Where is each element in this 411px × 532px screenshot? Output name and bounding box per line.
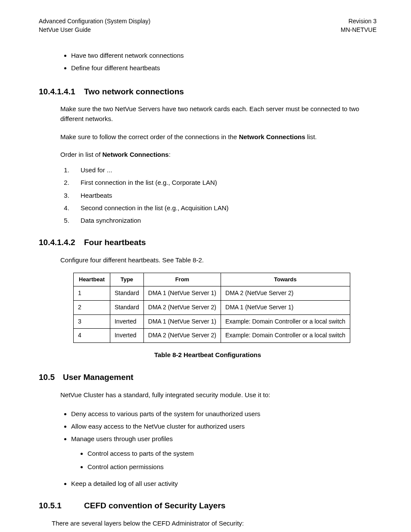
th-heartbeat: Heartbeat: [74, 273, 110, 286]
list-item: First connection in the list (e.g., Corp…: [71, 176, 377, 189]
cell: 3: [74, 314, 110, 329]
heading-number: 10.5: [39, 371, 63, 383]
th-type: Type: [110, 273, 143, 286]
table-row: 1 Standard DMA 1 (NetVue Server 1) DMA 2…: [74, 286, 350, 301]
table-row: 3 Inverted DMA 1 (NetVue Server 1) Examp…: [74, 314, 350, 329]
list-item: Used for ...: [71, 164, 377, 176]
table-row: 4 Inverted DMA 2 (NetVue Server 2) Examp…: [74, 329, 350, 343]
cell: Standard: [110, 300, 143, 314]
sub-bullet-list: Control access to parts of the system Co…: [71, 447, 377, 474]
text-run: Order in list of: [60, 151, 103, 158]
cell: 1: [74, 286, 110, 301]
heading-four-heartbeats: 10.4.1.4.2 Four heartbeats: [39, 236, 377, 249]
heading-title: User Management: [63, 371, 134, 383]
um-bullet-list: Deny access to various parts of the syst…: [39, 408, 377, 490]
th-from: From: [143, 273, 221, 286]
list-item: Control access to parts of the system: [87, 447, 377, 460]
heading-user-management: 10.5 User Management: [39, 371, 377, 383]
cell: Example: Domain Controller or a local sw…: [221, 329, 350, 343]
heading-title: Two network connections: [84, 85, 184, 98]
list-item: Manage users through user profiles Contr…: [71, 432, 377, 477]
heading-title: CEFD convention of Security Layers: [84, 499, 225, 512]
cell: DMA 1 (NetVue Server 1): [221, 300, 350, 314]
cell: DMA 2 (NetVue Server 2): [143, 329, 221, 343]
cell: DMA 2 (NetVue Server 2): [143, 300, 221, 314]
text-run: Make sure to follow the correct order of…: [60, 133, 239, 140]
list-item: Have two different network connections: [71, 49, 377, 62]
header-right-1: Revision 3: [341, 17, 377, 26]
paragraph: NetVue Cluster has a standard, fully int…: [39, 390, 377, 400]
list-item: Control action permissions: [87, 460, 377, 473]
list-item: Data synchronization: [71, 214, 377, 227]
list-item-text: Manage users through user profiles: [71, 435, 173, 442]
text-bold: Network Connections: [103, 151, 169, 158]
page-header: Advanced Configuration (System Display) …: [39, 17, 377, 34]
list-item: Heartbeats: [71, 189, 377, 202]
table-header-row: Heartbeat Type From Towards: [74, 273, 350, 286]
text-run: list.: [305, 133, 317, 140]
ordered-list: Used for ... First connection in the lis…: [39, 164, 377, 227]
intro-bullet-list: Have two different network connections D…: [39, 49, 377, 75]
list-item: Allow easy access to the NetVue cluster …: [71, 420, 377, 432]
cell: Standard: [110, 286, 143, 301]
cell: Inverted: [110, 329, 143, 343]
table-row: 2 Standard DMA 2 (NetVue Server 2) DMA 1…: [74, 300, 350, 314]
list-item: Deny access to various parts of the syst…: [71, 408, 377, 420]
heading-title: Four heartbeats: [84, 236, 146, 249]
cell: DMA 1 (NetVue Server 1): [143, 314, 221, 329]
list-item: Define four different heartbeats: [71, 62, 377, 74]
text-bold: Network Connections: [239, 133, 305, 140]
heading-number: 10.5.1: [39, 499, 84, 512]
paragraph: Make sure the two NetVue Servers have tw…: [39, 104, 377, 124]
th-towards: Towards: [221, 273, 350, 286]
paragraph: Configure four different heartbeats. See…: [39, 255, 377, 265]
paragraph: Make sure to follow the correct order of…: [39, 132, 377, 142]
cell: 2: [74, 300, 110, 314]
cell: Inverted: [110, 314, 143, 329]
heartbeat-table: Heartbeat Type From Towards 1 Standard D…: [73, 273, 350, 343]
cell: 4: [74, 329, 110, 343]
heading-two-network: 10.4.1.4.1 Two network connections: [39, 85, 377, 98]
heading-number: 10.4.1.4.2: [39, 236, 84, 249]
cell: DMA 2 (NetVue Server 2): [221, 286, 350, 301]
paragraph: There are several layers below the CEFD …: [39, 518, 377, 528]
heading-cefd: 10.5.1 CEFD convention of Security Layer…: [39, 499, 377, 512]
list-item: Keep a detailed log of all user activity: [71, 477, 377, 490]
heading-number: 10.4.1.4.1: [39, 85, 84, 98]
table-caption: Table 8-2 Heartbeat Configurations: [39, 350, 377, 360]
header-right-2: MN-NETVUE: [341, 26, 377, 34]
cell: Example: Domain Controller or a local sw…: [221, 314, 350, 329]
text-run: :: [169, 151, 171, 158]
paragraph: Order in list of Network Connections:: [39, 149, 377, 159]
header-left-2: NetVue User Guide: [39, 26, 150, 34]
list-item: Second connection in the list (e.g., Acq…: [71, 202, 377, 214]
cell: DMA 1 (NetVue Server 1): [143, 286, 221, 301]
header-left-1: Advanced Configuration (System Display): [39, 17, 150, 26]
